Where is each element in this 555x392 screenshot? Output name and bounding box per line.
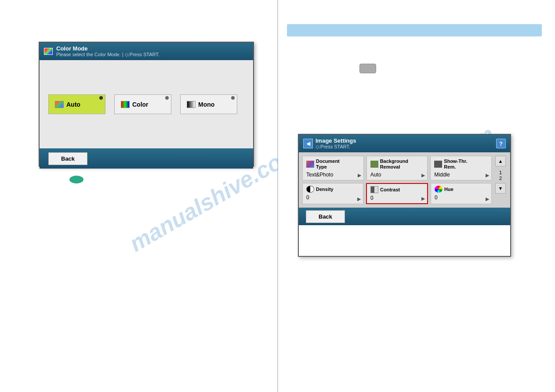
density-title: Density xyxy=(316,187,334,192)
hue-title: Hue xyxy=(444,187,453,192)
cell-density[interactable]: Density 0 ▶ xyxy=(302,183,363,204)
page-indicator: 1 2 xyxy=(499,170,502,181)
mode-button-mono[interactable]: Mono xyxy=(180,94,237,114)
color-mode-body: Auto Color Mono xyxy=(40,60,253,148)
mono-check xyxy=(231,96,235,100)
cell-background-removal[interactable]: BackgroundRemoval Auto ▶ xyxy=(366,156,428,180)
bg-removal-value: Auto xyxy=(370,172,424,178)
contrast-icon xyxy=(370,186,378,193)
cell-bg-header: BackgroundRemoval xyxy=(370,158,424,170)
current-page: 1 xyxy=(499,170,502,175)
color-icon xyxy=(121,101,130,108)
color-label: Color xyxy=(132,101,149,108)
contrast-arrow: ▶ xyxy=(421,196,425,201)
is-row-2: Density 0 ▶ Contrast 0 ▶ xyxy=(302,183,492,204)
show-thr-title: Show-Thr.Rem. xyxy=(444,158,467,170)
hue-icon xyxy=(435,186,443,193)
is-header-text: Image Settings ◇:Press START. xyxy=(316,137,356,150)
scroll-up-button[interactable]: ▲ xyxy=(495,156,506,166)
doc-type-arrow: ▶ xyxy=(358,173,361,178)
cell-contrast-header: Contrast xyxy=(370,186,424,193)
image-settings-header: ◀ Image Settings ◇:Press START. ? xyxy=(299,135,510,152)
is-back-arrow[interactable]: ◀ xyxy=(303,139,313,148)
mode-button-auto[interactable]: Auto xyxy=(48,94,105,114)
is-subtitle: ◇:Press START. xyxy=(316,144,356,150)
cell-hue[interactable]: Hue 0 ▶ xyxy=(431,183,492,204)
scroll-down-button[interactable]: ▼ xyxy=(495,183,506,194)
auto-label: Auto xyxy=(66,101,80,108)
image-settings-back-button[interactable]: Back xyxy=(306,210,345,223)
show-thr-icon xyxy=(434,161,442,168)
doc-type-icon xyxy=(306,161,314,168)
left-panel: Color Mode Please select the Color Mode.… xyxy=(0,0,277,392)
hue-value: 0 xyxy=(435,194,488,201)
bg-removal-title: BackgroundRemoval xyxy=(380,158,408,170)
color-mode-header: Color Mode Please select the Color Mode.… xyxy=(40,43,253,60)
image-settings-dialog: ◀ Image Settings ◇:Press START. ? Docume… xyxy=(298,134,511,257)
density-value: 0 xyxy=(306,194,359,201)
total-pages: 2 xyxy=(499,176,502,181)
auto-icon xyxy=(55,101,64,108)
mono-label: Mono xyxy=(198,101,214,108)
cell-density-header: Density xyxy=(306,186,359,193)
doc-type-title: DocumentType xyxy=(316,158,340,170)
density-icon xyxy=(306,186,314,193)
is-body: DocumentType Text&Photo ▶ BackgroundRemo… xyxy=(299,152,510,208)
color-mode-icon xyxy=(44,48,53,55)
show-thr-value: Middle xyxy=(434,172,488,178)
is-title: Image Settings xyxy=(316,137,356,144)
color-mode-dialog: Color Mode Please select the Color Mode.… xyxy=(39,42,254,167)
auto-check xyxy=(99,96,103,100)
cell-contrast[interactable]: Contrast 0 ▶ xyxy=(366,183,428,204)
is-row-1: DocumentType Text&Photo ▶ BackgroundRemo… xyxy=(302,156,492,180)
blue-header-bar xyxy=(287,24,542,36)
density-arrow: ▶ xyxy=(357,196,361,202)
cell-document-type[interactable]: DocumentType Text&Photo ▶ xyxy=(302,156,364,180)
bg-removal-icon xyxy=(370,161,378,168)
is-header-left: ◀ Image Settings ◇:Press START. xyxy=(303,137,356,150)
mode-button-color[interactable]: Color xyxy=(114,94,171,114)
cell-show-thr-rem[interactable]: Show-Thr.Rem. Middle ▶ xyxy=(430,156,492,180)
contrast-title: Contrast xyxy=(380,187,400,193)
cell-hue-header: Hue xyxy=(435,186,488,193)
color-check xyxy=(165,96,169,100)
oval-indicator xyxy=(69,176,83,183)
right-panel: manualshive.com ◀ Image Settings ◇:Press… xyxy=(278,0,555,392)
color-mode-title: Color Mode xyxy=(56,45,160,52)
bg-removal-arrow: ▶ xyxy=(421,173,425,178)
gray-button-shape[interactable] xyxy=(359,64,376,73)
color-mode-back-button[interactable]: Back xyxy=(48,152,87,165)
cell-doc-header: DocumentType xyxy=(306,158,360,170)
cell-shr-header: Show-Thr.Rem. xyxy=(434,158,488,170)
contrast-value: 0 xyxy=(370,195,424,201)
is-help-button[interactable]: ? xyxy=(496,139,506,148)
doc-type-value: Text&Photo xyxy=(306,172,360,178)
is-footer: Back xyxy=(299,208,510,225)
is-main-area: DocumentType Text&Photo ▶ BackgroundRemo… xyxy=(302,156,492,204)
color-mode-subtitle: Please select the Color Mode. | ◇:Press … xyxy=(56,52,160,58)
color-mode-footer: Back xyxy=(40,148,253,169)
show-thr-arrow: ▶ xyxy=(486,173,489,178)
mono-icon xyxy=(187,101,196,108)
is-sidebar: ▲ 1 2 ▼ xyxy=(494,156,507,204)
hue-arrow: ▶ xyxy=(486,196,489,202)
color-mode-header-text: Color Mode Please select the Color Mode.… xyxy=(56,45,160,58)
